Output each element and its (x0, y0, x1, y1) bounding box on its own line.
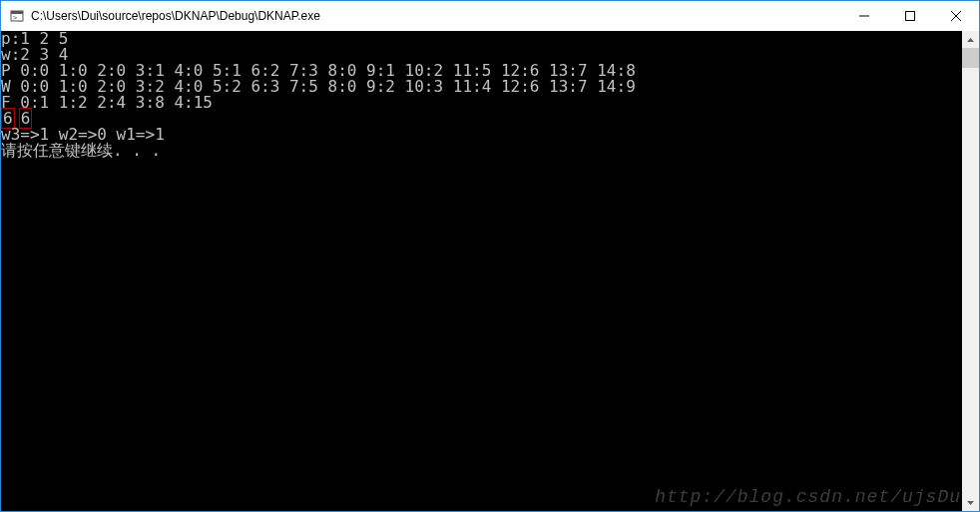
console-output[interactable]: p:1 2 5 w:2 3 4 P 0:0 1:0 2:0 3:1 4:0 5:… (1, 31, 962, 511)
scroll-down-button[interactable] (962, 494, 979, 511)
scroll-track[interactable] (962, 48, 979, 494)
app-icon: >_ (9, 8, 25, 24)
close-button[interactable] (933, 1, 979, 31)
svg-rect-4 (906, 12, 915, 21)
minimize-button[interactable] (841, 1, 887, 31)
console-line: 请按任意键继续. . . (1, 141, 161, 160)
svg-text:>_: >_ (13, 14, 22, 22)
maximize-button[interactable] (887, 1, 933, 31)
titlebar[interactable]: >_ C:\Users\Dui\source\repos\DKNAP\Debug… (1, 1, 979, 31)
window-controls (841, 1, 979, 31)
app-window: >_ C:\Users\Dui\source\repos\DKNAP\Debug… (0, 0, 980, 512)
vertical-scrollbar[interactable] (962, 31, 979, 511)
scroll-thumb[interactable] (962, 48, 979, 68)
window-title: C:\Users\Dui\source\repos\DKNAP\Debug\DK… (31, 9, 841, 23)
svg-marker-7 (967, 38, 974, 42)
scroll-up-button[interactable] (962, 31, 979, 48)
console-line: F 0:1 1:2 2:4 3:8 4:15 (1, 93, 213, 112)
svg-marker-8 (967, 501, 974, 505)
console-area: p:1 2 5 w:2 3 4 P 0:0 1:0 2:0 3:1 4:0 5:… (1, 31, 979, 511)
